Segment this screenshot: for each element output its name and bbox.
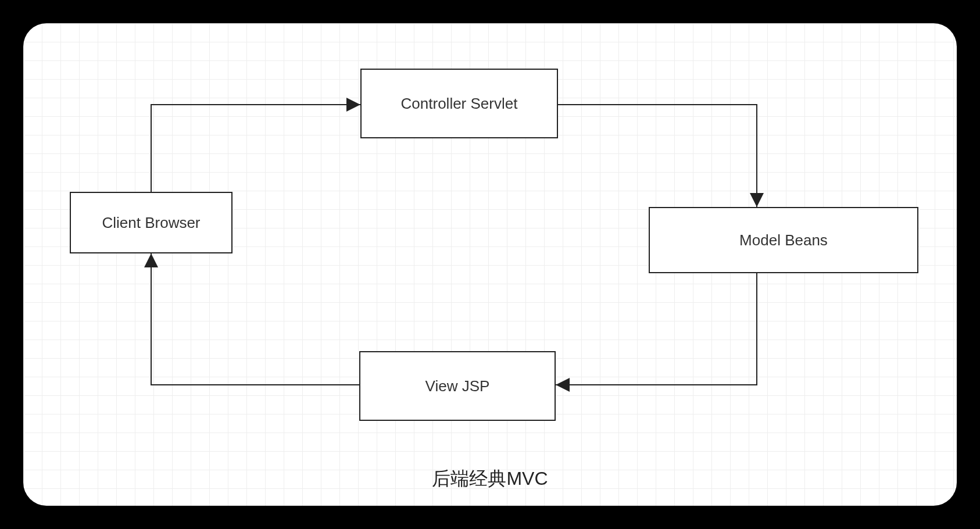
diagram-canvas: Client Browser Controller Servlet Model … bbox=[23, 23, 957, 506]
node-client-browser: Client Browser bbox=[70, 192, 233, 253]
node-label: Client Browser bbox=[102, 214, 200, 232]
edge-model-to-view bbox=[556, 273, 757, 385]
node-view-jsp: View JSP bbox=[359, 351, 556, 421]
node-model-beans: Model Beans bbox=[649, 207, 918, 273]
diagram-caption: 后端经典MVC bbox=[23, 466, 957, 492]
node-label: View JSP bbox=[425, 377, 490, 395]
edge-view-to-client bbox=[151, 253, 359, 385]
node-label: Model Beans bbox=[739, 231, 828, 249]
caption-text: 后端经典MVC bbox=[432, 468, 548, 489]
edge-controller-to-model bbox=[558, 105, 757, 207]
node-label: Controller Servlet bbox=[401, 95, 518, 113]
node-controller-servlet: Controller Servlet bbox=[360, 69, 558, 138]
edge-client-to-controller bbox=[151, 105, 360, 192]
